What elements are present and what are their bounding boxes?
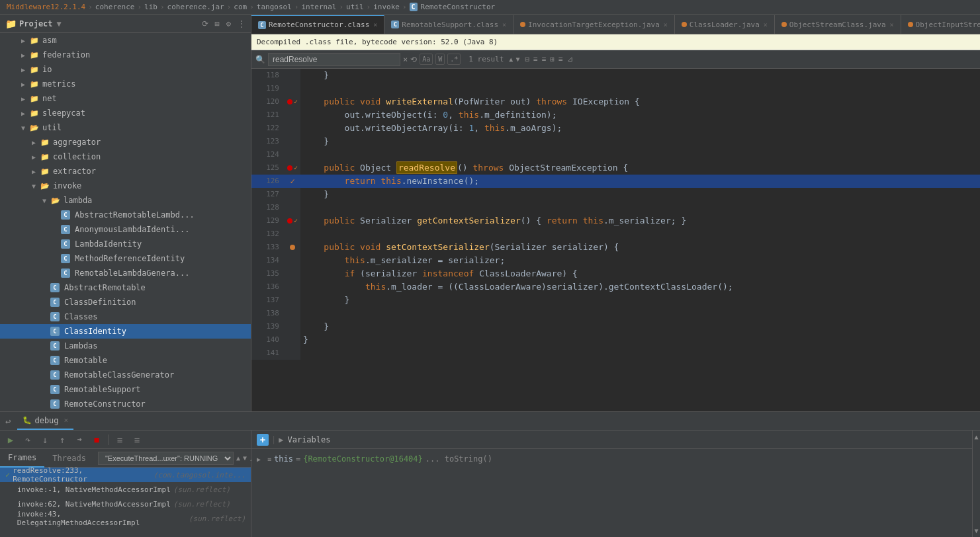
thread-dropdown[interactable]: "ExecuteThread...uxer": RUNNING xyxy=(98,452,234,465)
debug-resume-button[interactable] xyxy=(3,433,19,447)
debug-scrollbar[interactable]: ▲ ▼ xyxy=(972,431,980,537)
tree-item-metrics[interactable]: ▶ 📁 metrics xyxy=(0,77,251,91)
tree-item-collection[interactable]: ▶ 📁 collection xyxy=(0,149,251,164)
variable-row-this[interactable]: ▶ ≡ this = {RemoteConstructor@16404} ...… xyxy=(251,452,972,466)
breakpoint-120 xyxy=(287,99,292,104)
tree-item-remoteconstructor[interactable]: C RemoteConstructor xyxy=(0,397,251,411)
line-num-127: 127 xyxy=(251,188,285,201)
tab-remoteconstructor[interactable]: C RemoteConstructor.class × xyxy=(251,15,384,34)
search-prev-icon[interactable]: ⟲ xyxy=(410,55,417,64)
tree-arrow-federation: ▶ xyxy=(21,52,29,59)
tree-item-abstractremotablelambd[interactable]: C AbstractRemotableLambd... xyxy=(0,208,251,222)
debug-step-over-button[interactable]: ↷ xyxy=(20,433,36,447)
search-clear-icon[interactable]: × xyxy=(403,55,408,64)
tab-objectinputstream[interactable]: ObjectInputStream.jav... × xyxy=(901,15,980,34)
decompiled-text: Decompiled .class file, bytecode version… xyxy=(257,38,498,46)
tree-item-classdefinition[interactable]: C ClassDefinition xyxy=(0,295,251,310)
search-match-case-icon[interactable]: Aa xyxy=(420,54,433,65)
var-expand-this[interactable]: ▶ xyxy=(257,456,265,463)
class-icon-remotablelambdagenera: C xyxy=(61,268,70,278)
tree-item-invoke[interactable]: ▼ 📂 invoke xyxy=(0,179,251,193)
tree-item-remotable[interactable]: C Remotable xyxy=(0,353,251,368)
tree-item-remotablesupport[interactable]: C RemotableSupport xyxy=(0,382,251,397)
tree-item-sleepycat[interactable]: ▶ 📁 sleepycat xyxy=(0,106,251,120)
project-settings-icon[interactable] xyxy=(226,19,231,28)
tab-invocationtargetexception[interactable]: InvocationTargetException.java × xyxy=(513,15,675,34)
tree-item-classes[interactable]: C Classes xyxy=(0,310,251,324)
tree-item-lambda[interactable]: ▼ 📂 lambda xyxy=(0,193,251,208)
search-down-icon[interactable]: ▼ xyxy=(515,56,519,63)
debug-panel: ↩ 🐛 debug × ↷ ↓ xyxy=(0,411,980,537)
tree-label-util: util xyxy=(42,123,62,132)
threads-tab[interactable]: Threads xyxy=(44,449,94,468)
debug-run-cursor-button[interactable]: ➜ xyxy=(71,433,87,447)
search-layout2-icon[interactable]: ≡ xyxy=(558,55,563,63)
tab-close-classloader[interactable]: × xyxy=(764,21,768,28)
project-layout-icon[interactable]: ⊞ xyxy=(215,19,220,28)
search-options2-icon[interactable]: ≡ xyxy=(542,55,547,63)
scroll-down-icon[interactable]: ▼ xyxy=(974,527,978,534)
tree-item-federation[interactable]: ▶ 📁 federation xyxy=(0,48,251,62)
tree-item-lambdas[interactable]: C Lambdas xyxy=(0,339,251,353)
search-input[interactable] xyxy=(268,53,400,66)
frames-tab[interactable]: Frames xyxy=(0,449,44,468)
tree-item-anonymouslambdaidenti[interactable]: C AnonymousLambdaIdenti... xyxy=(0,222,251,237)
frame-item-2[interactable]: invoke:62, NativeMethodAccessorImpl (sun… xyxy=(0,497,251,511)
code-editor[interactable]: 118 } 119 120 ✓ xyxy=(251,69,980,411)
tab-close-remoteconstructor[interactable]: × xyxy=(373,21,377,28)
tree-item-remotablelambdagenera[interactable]: C RemotableLambdaGenera... xyxy=(0,266,251,280)
more-icon: ≡ xyxy=(134,434,140,445)
search-layout1-icon[interactable]: ⊞ xyxy=(550,55,555,63)
tree-item-asm[interactable]: ▶ 📁 asm xyxy=(0,33,251,48)
tree-item-abstractremotable[interactable]: C AbstractRemotable xyxy=(0,280,251,295)
project-more-icon[interactable] xyxy=(238,19,245,28)
frame-item-1[interactable]: invoke:-1, NativeMethodAccessorImpl (sun… xyxy=(0,482,251,497)
tree-item-remotableclassgenerator[interactable]: C RemotableClassGenerator xyxy=(0,368,251,382)
folder-icon-metrics: 📁 xyxy=(29,79,40,89)
debug-tab-debugger[interactable]: 🐛 debug × xyxy=(17,413,73,430)
tree-item-util[interactable]: ▼ 📂 util xyxy=(0,120,251,135)
search-word-icon[interactable]: W xyxy=(435,54,445,65)
debug-tab-close-icon[interactable]: × xyxy=(64,416,69,425)
debug-step-into-button[interactable]: ↓ xyxy=(37,433,53,447)
debug-stop-button[interactable]: ■ xyxy=(89,433,105,447)
tree-item-net[interactable]: ▶ 📁 net xyxy=(0,91,251,106)
line-num-134: 134 xyxy=(251,254,285,267)
search-options1-icon[interactable]: ≡ xyxy=(533,55,538,63)
line-content-119 xyxy=(300,82,980,95)
tab-close-objectstreamclass[interactable]: × xyxy=(890,21,894,28)
project-folder-icon: 📁 xyxy=(5,19,17,29)
variables-add-button[interactable]: + xyxy=(257,434,269,446)
tab-objectstreamclass[interactable]: ObjectStreamClass.java × xyxy=(775,15,901,34)
tree-label-remotablelambdagenera: RemotableLambdaGenera... xyxy=(75,268,189,278)
folder-icon-invoke: 📂 xyxy=(40,181,50,191)
search-regex-icon[interactable]: .* xyxy=(447,54,461,65)
search-up-icon[interactable]: ▲ xyxy=(509,56,513,63)
frame-item-0[interactable]: ✓ readResolve:233, RemoteConstructor (co… xyxy=(0,468,251,482)
tree-item-methodreferenceidentity[interactable]: C MethodReferenceIdentity xyxy=(0,251,251,266)
search-filter-icon[interactable]: ⊿ xyxy=(567,55,573,63)
debug-step-out-button[interactable]: ↑ xyxy=(54,433,70,447)
tree-item-classidentity[interactable]: C ClassIdentity xyxy=(0,324,251,339)
tree-item-aggregator[interactable]: ▶ 📁 aggregator xyxy=(0,135,251,149)
tab-close-invocationtargetexception[interactable]: × xyxy=(664,21,668,28)
tab-close-remotablesupport[interactable]: × xyxy=(502,21,506,28)
debug-more-button[interactable]: ≡ xyxy=(129,433,145,447)
tab-classloader[interactable]: ClassLoader.java × xyxy=(675,15,775,34)
tree-arrow-invoke: ▼ xyxy=(32,183,40,190)
tree-item-lambdaidentity[interactable]: C LambdaIdentity xyxy=(0,237,251,251)
project-sync-icon[interactable] xyxy=(202,19,208,28)
line-content-135: if (serializer instanceof ClassLoaderAwa… xyxy=(300,267,980,280)
thread-down-icon[interactable]: ▼ xyxy=(243,454,247,462)
frame-item-3[interactable]: invoke:43, DelegatingMethodAccessorImpl … xyxy=(0,511,251,526)
search-expand-icon[interactable]: ⊟ xyxy=(525,55,529,63)
tree-item-extractor[interactable]: ▶ 📁 extractor xyxy=(0,164,251,179)
tab-remotablesupport[interactable]: C RemotableSupport.class × xyxy=(384,15,513,34)
tree-item-io[interactable]: ▶ 📁 io xyxy=(0,62,251,77)
project-dropdown-arrow[interactable]: ▼ xyxy=(57,19,62,28)
thread-up-icon[interactable]: ▲ xyxy=(236,454,240,462)
tree-label-metrics: metrics xyxy=(42,79,76,89)
scroll-up-icon[interactable]: ▲ xyxy=(974,433,978,440)
debug-restore-icon[interactable]: ↩ xyxy=(5,416,11,427)
debug-evaluate-button[interactable]: ≡ xyxy=(112,433,128,447)
